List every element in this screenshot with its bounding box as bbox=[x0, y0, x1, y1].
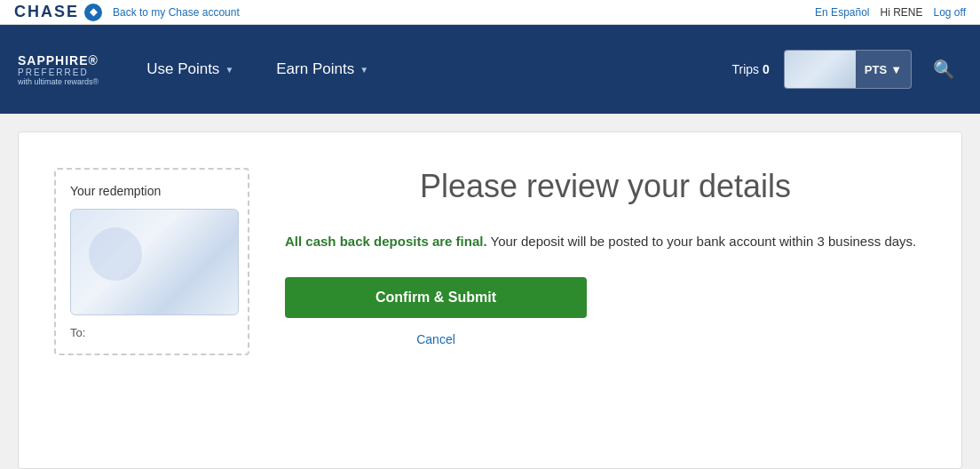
chase-icon: ◆ bbox=[84, 4, 102, 21]
trips-badge: Trips 0 bbox=[731, 62, 769, 76]
review-title: Please review your details bbox=[285, 168, 926, 205]
logoff-link[interactable]: Log off bbox=[934, 6, 966, 19]
logo-area: SAPPHIRE® PREFERRED with ultimate reward… bbox=[18, 53, 99, 86]
redemption-box: Your redemption To: bbox=[54, 168, 249, 355]
earn-points-arrow: ▼ bbox=[360, 65, 368, 75]
nav-links: Use Points ▼ Earn Points ▼ bbox=[125, 25, 731, 114]
use-points-nav[interactable]: Use Points ▼ bbox=[125, 25, 255, 114]
trips-label: Trips bbox=[731, 62, 759, 76]
review-card: Your redemption To: Please review your d… bbox=[18, 131, 962, 469]
notice-bold: All cash back deposits are final. bbox=[285, 234, 487, 249]
redemption-card-image bbox=[70, 209, 239, 315]
language-link[interactable]: En Español bbox=[815, 6, 869, 19]
chase-logo: CHASE ◆ bbox=[14, 3, 102, 21]
search-icon[interactable]: 🔍 bbox=[926, 59, 962, 80]
pts-text: PTS bbox=[865, 63, 887, 76]
use-points-arrow: ▼ bbox=[225, 65, 233, 75]
pts-badge[interactable]: PTS ▼ bbox=[784, 50, 912, 89]
earn-points-nav[interactable]: Earn Points ▼ bbox=[255, 25, 390, 114]
sapphire-logo: SAPPHIRE® PREFERRED with ultimate reward… bbox=[18, 53, 99, 86]
to-label: To: bbox=[70, 326, 233, 339]
ultimate-rewards-text: with ultimate rewards® bbox=[18, 77, 99, 86]
top-bar: CHASE ◆ Back to my Chase account En Espa… bbox=[0, 0, 980, 25]
greeting-text: Hi RENE bbox=[881, 6, 923, 19]
use-points-label: Use Points bbox=[146, 60, 219, 78]
notice-text: All cash back deposits are final. Your d… bbox=[285, 232, 926, 252]
pts-card-image bbox=[785, 50, 856, 89]
right-panel: Please review your details All cash back… bbox=[285, 168, 926, 433]
top-bar-right: En Español Hi RENE Log off bbox=[815, 6, 966, 19]
main-content: Your redemption To: Please review your d… bbox=[0, 114, 980, 469]
nav-bar: SAPPHIRE® PREFERRED with ultimate reward… bbox=[0, 25, 980, 114]
top-bar-left: CHASE ◆ Back to my Chase account bbox=[14, 3, 240, 21]
notice-normal: Your deposit will be posted to your bank… bbox=[491, 234, 917, 249]
left-panel: Your redemption To: bbox=[54, 168, 249, 433]
earn-points-label: Earn Points bbox=[276, 60, 354, 78]
pts-label-area: PTS ▼ bbox=[856, 63, 911, 76]
sapphire-text: SAPPHIRE® bbox=[18, 53, 99, 68]
confirm-submit-button[interactable]: Confirm & Submit bbox=[285, 277, 587, 318]
nav-right: Trips 0 PTS ▼ 🔍 bbox=[731, 50, 962, 89]
trips-count: 0 bbox=[763, 62, 770, 76]
preferred-text: PREFERRED bbox=[18, 68, 99, 77]
cancel-link[interactable]: Cancel bbox=[285, 332, 587, 346]
redemption-title: Your redemption bbox=[70, 184, 233, 198]
chase-brand: CHASE bbox=[14, 3, 79, 21]
pts-arrow: ▼ bbox=[890, 63, 902, 76]
back-to-chase-link[interactable]: Back to my Chase account bbox=[113, 6, 240, 19]
